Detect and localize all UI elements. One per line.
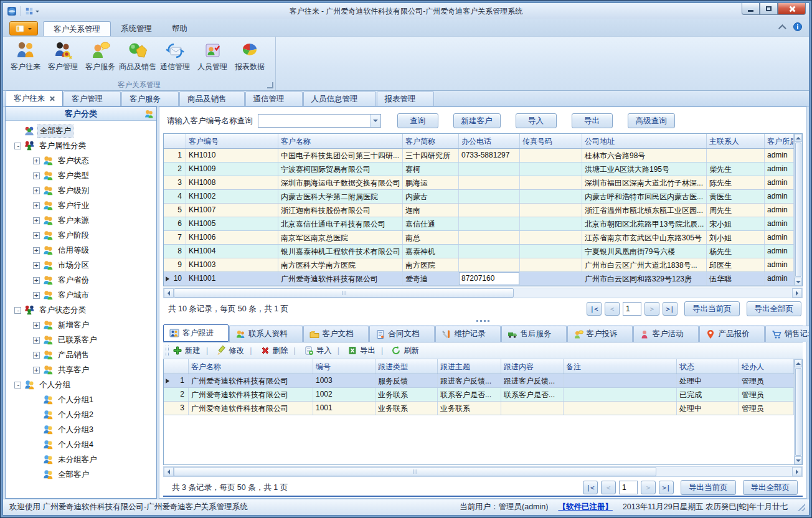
table-cell[interactable]: 鹏海运: [403, 176, 459, 189]
table-cell[interactable]: 管理员: [739, 374, 794, 387]
table-cell[interactable]: [520, 149, 582, 162]
table-cell[interactable]: [459, 190, 520, 203]
document-tab[interactable]: 客户往来: [6, 90, 63, 106]
scrollbar-thumb[interactable]: [795, 143, 801, 277]
search-input[interactable]: [258, 115, 370, 127]
table-cell[interactable]: 南京军区南京总医院: [278, 231, 403, 244]
table-cell[interactable]: 广州市白云区同和路329号123房: [582, 272, 707, 285]
toolbar-button[interactable]: 导出: [332, 346, 375, 356]
ribbon-tab[interactable]: 客户关系管理: [43, 21, 111, 36]
tree-item[interactable]: 客户状态: [6, 153, 156, 168]
table-cell[interactable]: [459, 231, 520, 244]
column-header[interactable]: 客户名称: [278, 134, 403, 148]
ribbon-tab[interactable]: 帮助: [162, 21, 197, 36]
detail-tab[interactable]: 售后服务: [501, 326, 567, 342]
tree-expander-icon[interactable]: [33, 277, 40, 284]
tree-item[interactable]: 客户类型: [6, 168, 156, 183]
table-cell[interactable]: 陈先生: [707, 176, 765, 189]
table-cell[interactable]: 跟进客户反馈...: [501, 374, 564, 387]
table-cell[interactable]: [520, 245, 582, 258]
table-cell[interactable]: [564, 388, 677, 401]
table-cell[interactable]: admin: [765, 231, 794, 244]
tree-expander-icon[interactable]: [33, 322, 40, 329]
scroll-left-icon[interactable]: [164, 467, 174, 476]
scroll-right-icon[interactable]: [792, 288, 802, 298]
document-tab[interactable]: 商品及销售: [179, 92, 245, 106]
table-cell[interactable]: KH1004: [186, 245, 278, 258]
tree-item[interactable]: 客户属性分类: [6, 138, 156, 153]
table-cell[interactable]: 黄医生: [707, 190, 765, 203]
table-row[interactable]: 3 广州爱奇迪软件科技有限公司1001业务联系业务联系处理中管理员: [164, 402, 794, 415]
scroll-left-icon[interactable]: [164, 288, 174, 298]
column-header[interactable]: 状态: [677, 359, 739, 374]
table-row[interactable]: 9 KH1003南方医科大学南方医院南方医院广州市白云区广州大道北1838号..…: [164, 258, 794, 272]
table-cell[interactable]: [564, 402, 677, 415]
table-cell[interactable]: admin: [765, 245, 794, 258]
table-cell[interactable]: 内蒙古呼和浩特市回民区内蒙古医...: [582, 190, 707, 203]
column-header[interactable]: 编号: [313, 359, 375, 374]
table-row[interactable]: 5 KH1007浙江迦南科技股份有限公司迦南浙江省温州市瓯北镇东瓯工业区园...…: [164, 204, 794, 217]
prev-page-button[interactable]: <: [601, 481, 616, 494]
export-current-page-button[interactable]: 导出当前页: [681, 480, 736, 495]
document-tab[interactable]: 通信管理: [245, 92, 303, 106]
tree-item[interactable]: 个人分组1: [6, 392, 156, 407]
tree-expander-icon[interactable]: [33, 172, 40, 179]
column-header[interactable]: 客户编号: [186, 134, 278, 148]
table-cell[interactable]: 嘉信仕通: [403, 217, 459, 230]
table-cell[interactable]: KH1006: [186, 231, 278, 244]
table-cell[interactable]: 浙江省温州市瓯北镇东瓯工业区园...: [582, 204, 707, 217]
table-cell[interactable]: KH1002: [186, 190, 278, 203]
table-row[interactable]: 2 广州爱奇迪软件科技有限公司1002业务联系联系客户是否...联系客户是否..…: [164, 388, 794, 402]
table-cell[interactable]: 业务联系: [375, 402, 438, 415]
action-button[interactable]: 新建客户: [453, 113, 501, 128]
table-cell[interactable]: 深圳市鹏海运电子数据交换有限公司: [278, 176, 403, 189]
tree-item[interactable]: 未分组客户: [6, 452, 156, 467]
table-cell[interactable]: admin: [765, 258, 794, 271]
table-cell[interactable]: 江苏省南京市玄武区中山东路305号: [582, 231, 707, 244]
ribbon-button[interactable]: 报表数据: [231, 39, 268, 74]
customer-search-combobox[interactable]: [258, 114, 381, 128]
table-cell[interactable]: [459, 217, 520, 230]
first-page-button[interactable]: |<: [587, 302, 602, 316]
page-number-input[interactable]: [623, 302, 641, 316]
table-cell[interactable]: KH1008: [186, 176, 278, 189]
first-page-button[interactable]: |<: [583, 481, 598, 494]
column-header[interactable]: 跟进内容: [501, 359, 564, 374]
last-page-button[interactable]: >|: [663, 302, 677, 316]
detail-tab[interactable]: 客户跟进: [163, 324, 229, 342]
action-button[interactable]: 高级查询: [628, 113, 675, 128]
table-cell[interactable]: 宁夏银川凤凰南街79号六楼: [582, 245, 707, 258]
vertical-scrollbar[interactable]: [794, 359, 802, 464]
document-tab[interactable]: 报表管理: [377, 92, 434, 106]
scroll-down-icon[interactable]: [795, 278, 802, 286]
scrollbar-thumb[interactable]: [795, 368, 801, 456]
table-cell[interactable]: 广州爱奇迪软件科技有限公司: [278, 272, 403, 285]
column-header[interactable]: 公司地址: [582, 134, 707, 148]
tree-item[interactable]: 已联系客户: [6, 332, 156, 347]
table-cell[interactable]: 南总: [403, 231, 459, 244]
table-cell[interactable]: 南方医科大学南方医院: [278, 258, 403, 271]
tree-expander-icon[interactable]: [33, 292, 40, 299]
table-row[interactable]: 10 KH1001广州爱奇迪软件科技有限公司爱奇迪87207160广州市白云区同…: [164, 272, 794, 286]
table-cell[interactable]: admin: [765, 176, 794, 189]
table-cell[interactable]: admin: [765, 204, 794, 217]
table-cell[interactable]: 刘小姐: [707, 231, 765, 244]
app-menu-button[interactable]: [9, 21, 38, 35]
scrollbar-thumb[interactable]: [174, 467, 656, 476]
table-cell[interactable]: 北京市朝阳区北苑路甲13号院北辰...: [582, 217, 707, 230]
tree-item[interactable]: 个人分组4: [6, 437, 156, 452]
registration-link[interactable]: 【软件已注册】: [558, 502, 613, 512]
tree-expander-icon[interactable]: [33, 337, 40, 344]
action-button[interactable]: 导出: [572, 113, 613, 128]
table-cell[interactable]: 1002: [313, 388, 375, 401]
ribbon-button[interactable]: 通信管理: [156, 39, 194, 74]
tree-expander-icon[interactable]: [33, 187, 40, 194]
ribbon-button[interactable]: 客户服务: [82, 39, 119, 74]
table-cell[interactable]: [520, 258, 582, 271]
table-cell[interactable]: [459, 204, 520, 217]
horizontal-scrollbar[interactable]: [163, 466, 803, 477]
help-info-icon[interactable]: [793, 22, 803, 32]
document-tab[interactable]: 人员信息管理: [303, 92, 376, 106]
table-cell[interactable]: 联系客户是否...: [501, 388, 564, 401]
tree-item[interactable]: 个人分组2: [6, 407, 156, 422]
